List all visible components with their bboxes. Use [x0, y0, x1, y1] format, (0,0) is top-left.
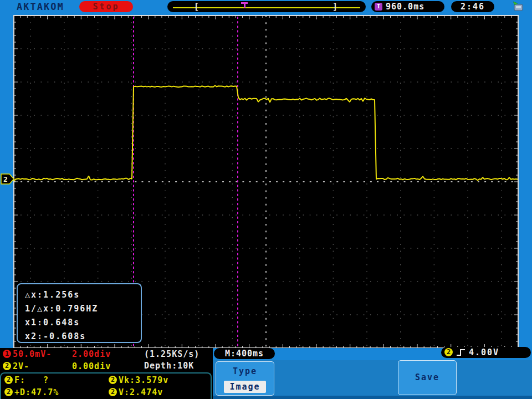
vk-value: Vk:3.579v [119, 375, 168, 386]
horizontal-position-indicator[interactable]: [ ] [167, 1, 366, 12]
type-menu-button[interactable]: Type Image [216, 361, 274, 396]
frequency-label: F: [14, 375, 25, 386]
channel-1-badge: 1 [3, 350, 11, 358]
duty-value: +D:47.7% [14, 387, 59, 398]
cursor-x2: x2:-0.608s [25, 330, 141, 344]
channel-2-badge: 2 [3, 362, 11, 370]
channel-1-scale: 50.0mV- [13, 349, 52, 360]
usb-storage-icon [512, 1, 524, 12]
memory-depth: Depth:10K [144, 361, 194, 371]
trigger-channel-badge: 2 [444, 348, 453, 356]
sample-rate: (1.25KS/s) [144, 349, 200, 359]
run-state-button[interactable]: Stop [79, 1, 133, 12]
brand-logo: AKTAKOM [17, 1, 64, 12]
trigger-time-value: 960.0ms [386, 1, 424, 12]
bottom-status-panel: 1 50.0mV- 2.00div 2 2V- 0.00div (1.25KS/… [0, 348, 213, 399]
channel-1-offset: 2.00div [72, 349, 111, 360]
frequency-value: ? [43, 375, 49, 386]
measurement-channel-badge: 2 [109, 376, 117, 384]
ch2-position-marker-label: 2 [3, 175, 8, 183]
trigger-position-marker-icon[interactable] [241, 2, 248, 8]
channel-1-status[interactable]: 1 50.0mV- 2.00div [1, 349, 137, 360]
channel-2-status[interactable]: 2 2V- 0.00div [1, 361, 137, 372]
trigger-time-readout: T 960.0ms [371, 1, 444, 12]
channel-2-scale: 2V- [13, 361, 29, 372]
trigger-level-value: 4.00V [469, 347, 499, 358]
measurement-channel-badge: 2 [109, 388, 117, 396]
window-bracket-left: [ [194, 1, 199, 12]
trigger-t-icon: T [375, 3, 382, 11]
acquisition-info: (1.25KS/s) Depth:10K [141, 348, 212, 372]
type-label: Type [216, 366, 274, 376]
v-value: V:2.474v [119, 387, 163, 398]
measurement-channel-badge: 2 [4, 376, 13, 384]
cursor-measurement-box: △x:1.256s 1/△x:0.796HZ x1:0.648s x2:-0.6… [17, 283, 142, 343]
top-status-bar: AKTAKOM Stop [ ] T 960.0ms 2:46 [0, 0, 532, 13]
window-bracket-right: ] [332, 1, 337, 12]
measurement-channel-badge: 2 [4, 388, 13, 396]
rising-edge-icon [456, 348, 467, 357]
save-button[interactable]: Save [398, 360, 457, 395]
cursor-inverse-delta-x: 1/△x:0.796HZ [25, 302, 141, 316]
channel-2-offset: 0.00div [72, 361, 111, 372]
cursor-x1: x1:0.648s [25, 316, 141, 330]
cursor-delta-x: △x:1.256s [25, 288, 141, 302]
trigger-level-readout: 2 4.00V [441, 347, 531, 358]
timebase-readout: M:400ms [214, 348, 275, 359]
type-selected-value[interactable]: Image [224, 381, 266, 393]
clock: 2:46 [451, 1, 494, 12]
auto-measurements-panel: 2 F: ? 2 Vk:3.579v 2 +D:47.7% 2 V:2.474v [0, 372, 212, 399]
